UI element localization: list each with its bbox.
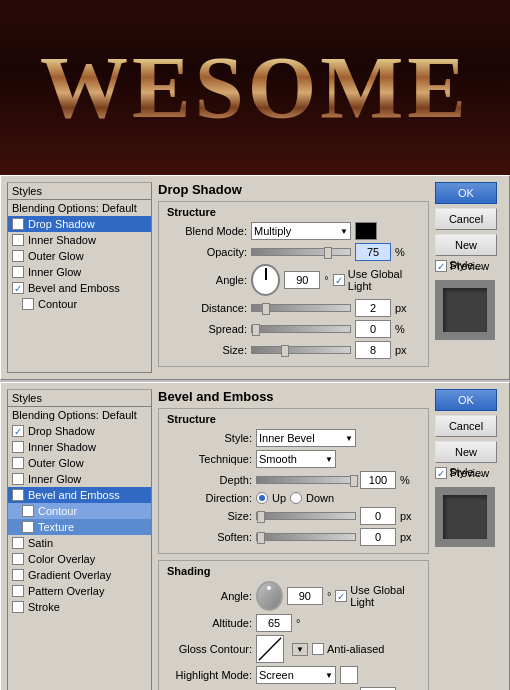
- direction-down-radio[interactable]: [290, 492, 302, 504]
- shading-group: Shading Angle: ° Use Global Light Altitu…: [158, 560, 429, 690]
- outer-glow-checkbox[interactable]: [12, 250, 24, 262]
- outer-glow-item[interactable]: Outer Glow: [8, 248, 151, 264]
- contour-preview[interactable]: [256, 635, 284, 663]
- outer-glow-cb-2[interactable]: [12, 457, 24, 469]
- bevel-size-thumb[interactable]: [257, 511, 265, 523]
- soften-slider[interactable]: [256, 533, 356, 541]
- contour-checkbox[interactable]: [22, 298, 34, 310]
- inner-glow-cb-2[interactable]: [12, 473, 24, 485]
- pattern-overlay-item[interactable]: Pattern Overlay: [8, 583, 151, 599]
- satin-item-2[interactable]: Satin: [8, 535, 151, 551]
- distance-slider[interactable]: [251, 304, 351, 312]
- inner-shadow-cb-2[interactable]: [12, 441, 24, 453]
- opacity-input[interactable]: [355, 243, 391, 261]
- blend-color-swatch[interactable]: [355, 222, 377, 240]
- depth-unit: %: [400, 474, 410, 486]
- outer-glow-item-2[interactable]: Outer Glow: [8, 455, 151, 471]
- pattern-overlay-cb[interactable]: [12, 585, 24, 597]
- blending-options-item-2[interactable]: Blending Options: Default: [8, 407, 151, 423]
- opacity-thumb[interactable]: [324, 247, 332, 259]
- bevel-emboss-checkbox[interactable]: [12, 282, 24, 294]
- contour-sub-cb[interactable]: [22, 505, 34, 517]
- distance-thumb[interactable]: [262, 303, 270, 315]
- contour-sub-item[interactable]: Contour: [8, 503, 151, 519]
- gradient-overlay-cb[interactable]: [12, 569, 24, 581]
- distance-input[interactable]: [355, 299, 391, 317]
- inner-glow-item-2[interactable]: Inner Glow: [8, 471, 151, 487]
- inner-glow-item[interactable]: Inner Glow: [8, 264, 151, 280]
- texture-sub-cb[interactable]: [22, 521, 34, 533]
- drop-shadow-item[interactable]: Drop Shadow: [8, 216, 151, 232]
- soften-row: Soften: px: [167, 528, 420, 546]
- highlight-mode-dropdown[interactable]: Screen ▼: [256, 666, 336, 684]
- technique-dropdown[interactable]: Smooth ▼: [256, 450, 336, 468]
- soften-thumb[interactable]: [257, 532, 265, 544]
- preview-container-2: Preview: [435, 467, 503, 479]
- direction-up-radio[interactable]: [256, 492, 268, 504]
- bevel-size-input[interactable]: [360, 507, 396, 525]
- inner-glow-checkbox[interactable]: [12, 266, 24, 278]
- contour-sub-label: Contour: [38, 505, 77, 517]
- bevel-emboss-label: Bevel and Emboss: [28, 282, 120, 294]
- shading-angle-input[interactable]: [287, 587, 323, 605]
- drop-shadow-checkbox[interactable]: [12, 218, 24, 230]
- blending-options-item[interactable]: Blending Options: Default: [8, 200, 151, 216]
- drop-shadow-cb-2[interactable]: [12, 425, 24, 437]
- size-slider[interactable]: [251, 346, 351, 354]
- soften-input[interactable]: [360, 528, 396, 546]
- contour-item[interactable]: Contour: [8, 296, 151, 312]
- global-light-container: Use Global Light: [333, 268, 420, 292]
- global-light-checkbox[interactable]: [333, 274, 345, 286]
- spread-input[interactable]: [355, 320, 391, 338]
- preview-checkbox-2[interactable]: [435, 467, 447, 479]
- satin-cb-2[interactable]: [12, 537, 24, 549]
- stroke-cb[interactable]: [12, 601, 24, 613]
- spread-slider[interactable]: [251, 325, 351, 333]
- size-thumb[interactable]: [281, 345, 289, 357]
- depth-thumb[interactable]: [350, 475, 358, 487]
- ok-button-2[interactable]: OK: [435, 389, 497, 411]
- size-input[interactable]: [355, 341, 391, 359]
- drop-shadow-content: Drop Shadow Structure Blend Mode: Multip…: [158, 182, 429, 373]
- new-style-button-2[interactable]: New Style...: [435, 441, 497, 463]
- color-overlay-item[interactable]: Color Overlay: [8, 551, 151, 567]
- contour-arrow[interactable]: ▼: [292, 643, 308, 656]
- altitude-input[interactable]: [256, 614, 292, 632]
- inner-shadow-item[interactable]: Inner Shadow: [8, 232, 151, 248]
- anti-aliased-cb[interactable]: [312, 643, 324, 655]
- texture-sub-item[interactable]: Texture: [8, 519, 151, 535]
- angle-dial[interactable]: [251, 264, 280, 296]
- stroke-item[interactable]: Stroke: [8, 599, 151, 615]
- bevel-style-dropdown[interactable]: Inner Bevel ▼: [256, 429, 356, 447]
- opacity-slider[interactable]: [251, 248, 351, 256]
- gradient-overlay-item[interactable]: Gradient Overlay: [8, 567, 151, 583]
- ok-button-1[interactable]: OK: [435, 182, 497, 204]
- angle-input[interactable]: [284, 271, 320, 289]
- inner-shadow-item-2[interactable]: Inner Shadow: [8, 439, 151, 455]
- bevel-emboss-item-2[interactable]: Bevel and Emboss: [8, 487, 151, 503]
- color-overlay-cb[interactable]: [12, 553, 24, 565]
- size-unit: px: [395, 344, 407, 356]
- blending-options-label: Blending Options: Default: [12, 202, 137, 214]
- technique-arrow: ▼: [325, 455, 333, 464]
- depth-input[interactable]: [360, 471, 396, 489]
- highlight-color-swatch[interactable]: [340, 666, 358, 684]
- drop-shadow-item-2[interactable]: Drop Shadow: [8, 423, 151, 439]
- blend-mode-dropdown[interactable]: Multiply ▼: [251, 222, 351, 240]
- shading-global-cb[interactable]: [335, 590, 347, 602]
- depth-slider[interactable]: [256, 476, 356, 484]
- new-style-button-1[interactable]: New Style...: [435, 234, 497, 256]
- cancel-button-2[interactable]: Cancel: [435, 415, 497, 437]
- spread-unit: %: [395, 323, 405, 335]
- shading-angle-dial[interactable]: [256, 581, 283, 611]
- bevel-emboss-cb-2[interactable]: [12, 489, 24, 501]
- inner-shadow-checkbox[interactable]: [12, 234, 24, 246]
- shading-title: Shading: [167, 565, 420, 577]
- cancel-button-1[interactable]: Cancel: [435, 208, 497, 230]
- spread-thumb[interactable]: [252, 324, 260, 336]
- stroke-label: Stroke: [28, 601, 60, 613]
- preview-checkbox-1[interactable]: [435, 260, 447, 272]
- bevel-emboss-item[interactable]: Bevel and Emboss: [8, 280, 151, 296]
- bevel-style-row: Style: Inner Bevel ▼: [167, 429, 420, 447]
- bevel-size-slider[interactable]: [256, 512, 356, 520]
